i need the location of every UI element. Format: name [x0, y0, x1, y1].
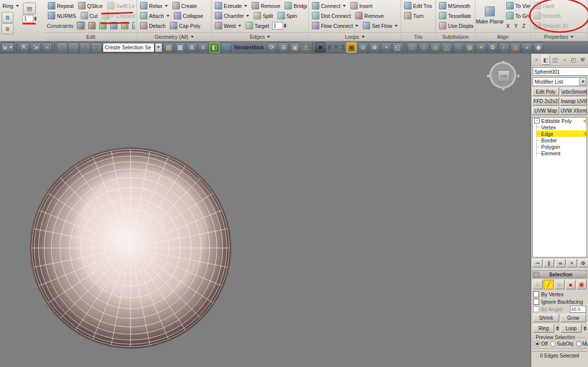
configure-modifier-sets-button[interactable]: ⚙ [578, 259, 588, 267]
pin-stack-button[interactable]: ⊸ [532, 259, 543, 267]
loop-spinner[interactable] [584, 326, 587, 331]
by-angle-field[interactable] [570, 306, 586, 313]
section-label-geometry-all[interactable]: Geometry (All) [137, 32, 211, 41]
tab-utilities[interactable]: ⚒ [579, 55, 588, 65]
remove-edge-button[interactable]: Remove [250, 1, 282, 10]
tab-create[interactable]: ☀ [532, 55, 541, 65]
uvw-map-button[interactable]: UVW Map [532, 107, 559, 115]
select-and-link-icon[interactable]: ⇱ [19, 42, 29, 53]
swift-loop-button[interactable]: Swift Loop [106, 1, 135, 10]
unlink-selection-icon[interactable]: ⇲ [30, 42, 41, 53]
tab-display[interactable]: ◰ [569, 55, 578, 65]
preserve-uvs-button[interactable] [120, 21, 130, 30]
weld-button[interactable]: Weld [213, 21, 243, 30]
flow-connect-button[interactable]: Flow Connect [310, 21, 360, 30]
smooth-30-button[interactable]: Smooth 30 [532, 21, 570, 30]
ring-dropdown[interactable]: Ring [1, 2, 20, 9]
use-displacement-button[interactable]: Use Displac... [438, 21, 473, 30]
gear-icon[interactable]: ⚙ [487, 42, 498, 53]
section-label-tris[interactable]: Tris [401, 32, 436, 41]
chevron-down-icon[interactable] [155, 43, 162, 52]
selection-rollout-header[interactable]: − Selection [532, 270, 587, 278]
tab-hierarchy[interactable]: ◫ [551, 55, 560, 65]
stack-item-polygon[interactable]: Polygon [537, 143, 587, 150]
target-weld-button[interactable]: Target [244, 21, 271, 30]
help-icon[interactable]: ◉ [533, 42, 544, 53]
tab-modify[interactable]: ◧ [542, 55, 551, 65]
stack-item-border[interactable]: Border [537, 137, 587, 143]
edged-faces-icon[interactable]: ◧ [209, 42, 220, 53]
cut-button[interactable]: Cut [79, 11, 99, 20]
ribbon-menu-bottom-icon[interactable]: ≣ [1, 23, 13, 34]
constraint-normal-button[interactable] [109, 21, 119, 30]
bridge-button[interactable]: Bridge [283, 1, 307, 10]
section-label-align[interactable]: Align [475, 32, 530, 41]
create-button[interactable]: Create [171, 1, 199, 10]
turbosmooth-button[interactable]: TurboSmooth [560, 88, 587, 96]
iterations-spinner[interactable]: 1 [22, 15, 37, 22]
refresh-icon[interactable]: ⟳ [267, 42, 277, 53]
loop-button[interactable]: Loop [561, 324, 582, 333]
viewport-shade-icon[interactable]: ■ [315, 42, 325, 53]
dist-connect-button[interactable]: Dist Connect [310, 11, 352, 20]
unwrap-uvw-button[interactable]: Unwrap UVW [560, 97, 587, 106]
cone-primitive-icon[interactable]: △ [441, 42, 452, 53]
p-connect-button[interactable]: P Connect [101, 11, 135, 20]
tab-motion[interactable]: ◔ [560, 55, 569, 65]
ignore-backfacing-checkbox[interactable] [533, 299, 539, 305]
region-select-icon[interactable]: ▦ [175, 42, 185, 53]
select-by-name-icon[interactable]: ▤ [163, 42, 174, 53]
hard-edge-button[interactable]: Hard [532, 1, 556, 10]
ffd-2x2x2-button[interactable]: FFD 2x2x2 [532, 97, 559, 106]
material-editor-icon[interactable]: ◐ [499, 42, 509, 53]
region-zoom-icon[interactable]: ⊞ [278, 42, 289, 53]
torus-primitive-icon[interactable]: ◌ [453, 42, 463, 53]
paste-icon[interactable]: ≡ [198, 42, 208, 53]
stack-item-edge[interactable]: Edge [537, 130, 587, 137]
constraint-none-button[interactable] [76, 21, 86, 30]
spinner-arrows-icon[interactable] [34, 16, 37, 21]
chamfer-button[interactable]: Chamfer [213, 11, 251, 20]
viewport-canvas[interactable] [0, 54, 531, 367]
viewcube[interactable]: TOP N S W E [488, 61, 518, 91]
constraint-edge-button[interactable] [87, 21, 97, 30]
remove-modifier-button[interactable]: × [567, 259, 577, 267]
globe-icon[interactable]: ◍ [221, 42, 231, 53]
constraint-face-button[interactable] [98, 21, 108, 30]
preview-option-mul[interactable]: Mul [576, 341, 588, 347]
edit-tris-button[interactable]: Edit Tris [403, 1, 434, 10]
remove-loop-button[interactable]: Remove [354, 11, 385, 20]
edge-weight-spinner[interactable]: 1 [272, 22, 287, 29]
pan-icon[interactable]: ⊕ [369, 42, 380, 53]
object-name-field[interactable] [533, 67, 588, 76]
uvw-xform-button[interactable]: UVW Xform [560, 107, 587, 115]
connect-button[interactable]: Connect [310, 1, 347, 10]
named-selection-3-icon[interactable]: ∴ [80, 42, 90, 53]
attach-button[interactable]: Attach [139, 11, 171, 20]
align-to-grid-button[interactable]: To Grid [505, 11, 531, 20]
grow-button[interactable]: Grow [561, 314, 587, 322]
spinner-arrows-icon[interactable] [284, 23, 287, 28]
safe-frame-icon[interactable]: ▣ [290, 42, 300, 53]
nurms-button[interactable]: NURMS [46, 11, 78, 20]
align-to-view-button[interactable]: To View [505, 1, 531, 10]
zoom-icon[interactable]: ⊙ [358, 42, 368, 53]
make-planar-button[interactable]: Make Planar [477, 1, 503, 30]
align-x-button[interactable]: X [505, 22, 511, 29]
stack-item-vertex[interactable]: Vertex [537, 124, 587, 130]
by-angle-checkbox[interactable] [533, 306, 539, 312]
show-end-result-button[interactable]: ∥ [544, 259, 554, 267]
turn-button[interactable]: Turn [403, 11, 425, 20]
viewcube-top-face[interactable]: TOP [498, 70, 510, 82]
set-flow-button[interactable]: Set Flow [361, 21, 399, 30]
tessellate-button[interactable]: Tessellate [438, 11, 473, 20]
polygon-modeling-icon[interactable]: ▤ [23, 2, 36, 14]
sphere-object[interactable] [30, 147, 231, 349]
insert-loop-button[interactable]: Insert [349, 1, 374, 10]
edge-mode-button[interactable]: ╱ [544, 280, 554, 289]
spin-button[interactable]: Spin [276, 11, 298, 20]
ribbon-menu-top-icon[interactable]: ≣ [1, 12, 13, 23]
render-icon[interactable]: ◕ [522, 42, 532, 53]
named-selection-1-icon[interactable]: ∴ [57, 42, 67, 53]
cap-poly-button[interactable]: Cap Poly [168, 21, 202, 30]
